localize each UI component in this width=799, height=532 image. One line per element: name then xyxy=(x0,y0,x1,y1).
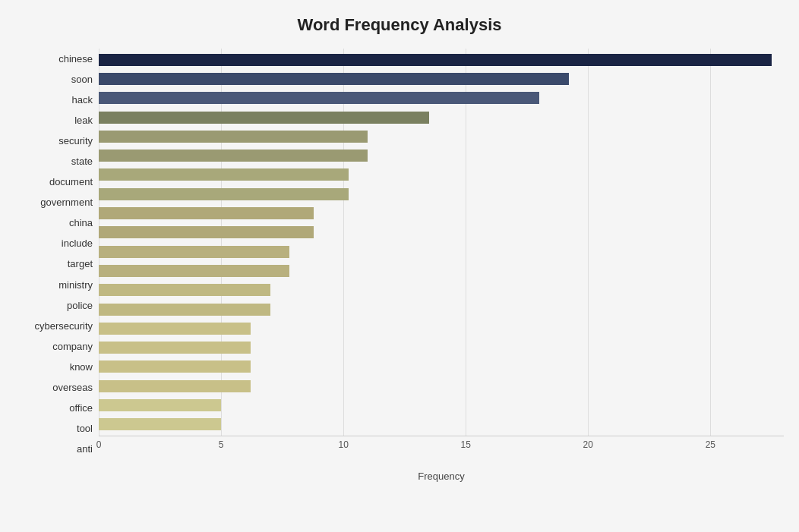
bars-and-xaxis: 0510152025 Frequency xyxy=(99,49,784,482)
y-label: include xyxy=(62,235,93,252)
bar xyxy=(99,360,251,373)
x-tick: 15 xyxy=(461,439,471,450)
y-label: hack xyxy=(72,92,93,109)
bar xyxy=(99,380,251,392)
y-label: company xyxy=(52,338,93,354)
chart-area: chinesesoonhackleaksecuritystatedocument… xyxy=(15,49,784,482)
bar-row xyxy=(99,147,784,164)
y-label: security xyxy=(58,133,93,150)
bar-row xyxy=(99,397,784,414)
y-label: ministry xyxy=(58,276,93,293)
bar xyxy=(99,150,368,162)
bar xyxy=(99,323,251,335)
bar xyxy=(99,399,221,411)
bars-list xyxy=(99,49,784,436)
bar-row xyxy=(99,320,784,337)
y-labels: chinesesoonhackleaksecuritystatedocument… xyxy=(15,49,99,482)
bar-row xyxy=(99,52,784,68)
bar xyxy=(99,188,349,200)
y-label: government xyxy=(40,194,93,211)
y-label: document xyxy=(49,174,93,190)
y-label: anti xyxy=(77,440,93,457)
bar-row xyxy=(99,282,784,298)
bar xyxy=(99,54,772,66)
x-tick: 10 xyxy=(338,439,348,450)
bar-row xyxy=(99,224,784,241)
bar-row xyxy=(99,244,784,260)
x-tick: 25 xyxy=(706,439,715,450)
bar xyxy=(99,304,270,316)
bar xyxy=(99,265,289,277)
bar-row xyxy=(99,358,784,375)
bar-row xyxy=(99,416,784,433)
bar-row xyxy=(99,186,784,203)
bar-row xyxy=(99,166,784,183)
bar-row xyxy=(99,90,784,106)
bar xyxy=(99,73,569,85)
bar-row xyxy=(99,263,784,279)
bar-row xyxy=(99,339,784,356)
bar-row xyxy=(99,301,784,318)
bar xyxy=(99,342,251,354)
chart-title: Word Frequency Analysis xyxy=(15,15,784,35)
bar-row xyxy=(99,109,784,126)
bars-area xyxy=(99,49,784,436)
bar xyxy=(99,284,270,296)
bar xyxy=(99,112,429,124)
bar-row xyxy=(99,71,784,87)
x-tick: 5 xyxy=(219,439,224,450)
bar xyxy=(99,246,289,258)
y-label: office xyxy=(69,399,93,416)
x-tick: 0 xyxy=(96,439,102,450)
bar xyxy=(99,168,349,181)
bar-row xyxy=(99,378,784,395)
y-label: overseas xyxy=(52,379,93,395)
bar xyxy=(99,207,314,219)
y-label: target xyxy=(68,256,93,272)
x-axis-label: Frequency xyxy=(99,471,784,482)
bar xyxy=(99,226,314,238)
x-tick: 20 xyxy=(583,439,593,450)
y-label: soon xyxy=(71,71,93,88)
bar-row xyxy=(99,128,784,145)
y-label: tool xyxy=(77,420,93,436)
y-label: police xyxy=(67,297,93,313)
y-label: state xyxy=(71,153,93,170)
y-label: know xyxy=(70,358,93,375)
y-label: chinese xyxy=(58,51,93,68)
bar xyxy=(99,131,368,143)
chart-container: Word Frequency Analysis chinesesoonhackl… xyxy=(0,0,799,532)
y-label: china xyxy=(69,215,93,231)
bar xyxy=(99,418,221,430)
bar xyxy=(99,92,539,104)
x-axis: 0510152025 xyxy=(99,436,784,458)
y-label: cybersecurity xyxy=(34,317,93,334)
y-label: leak xyxy=(74,112,93,129)
bar-row xyxy=(99,205,784,222)
